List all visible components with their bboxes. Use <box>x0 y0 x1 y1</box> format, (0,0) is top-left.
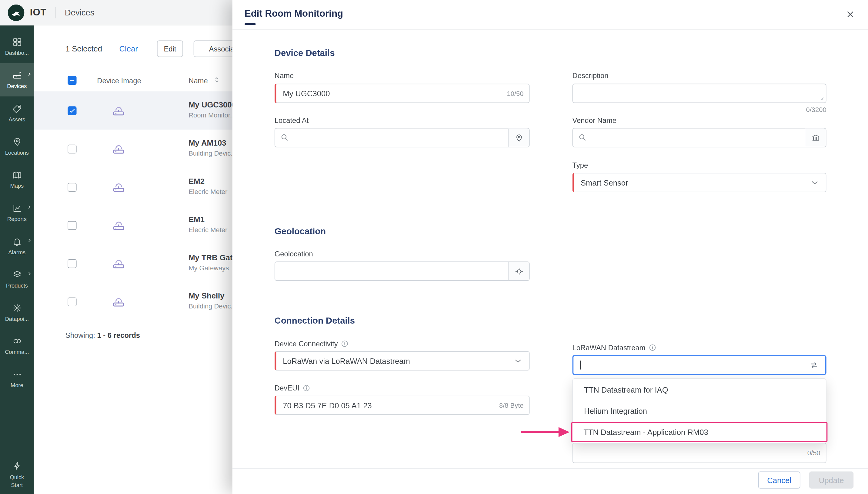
check-icon <box>69 108 75 114</box>
update-button[interactable]: Update <box>809 471 853 489</box>
reports-icon <box>12 204 22 213</box>
sidebar-item-assets[interactable]: Assets <box>0 96 34 130</box>
sidebar-item-more[interactable]: More <box>0 362 34 396</box>
edit-button[interactable]: Edit <box>157 41 183 57</box>
description-counter: 0/3200 <box>573 106 827 114</box>
sidebar-item-label: Comma... <box>5 349 29 355</box>
chevron-right-icon <box>27 271 32 276</box>
row-checkbox[interactable] <box>68 221 76 230</box>
title-accent-bar <box>245 23 256 25</box>
sidebar-item-label: Alarms <box>8 249 25 255</box>
dropdown-option-highlighted[interactable]: TTN Datastream - Application RM03 <box>571 422 827 442</box>
select-all-checkbox[interactable] <box>68 76 76 85</box>
type-label: Type <box>573 162 588 170</box>
device-name-cell: EM1 Elecric Meter <box>188 215 227 234</box>
geolocation-label: Geolocation <box>275 250 313 258</box>
device-name-cell: EM2 Elecric Meter <box>188 177 227 195</box>
sidebar-item-reports[interactable]: Reports <box>0 196 34 229</box>
dropdown-option[interactable]: TTN Datastream for IAQ <box>573 380 826 401</box>
sidebar-item-label: Maps <box>10 183 24 189</box>
close-button[interactable] <box>844 8 857 21</box>
lorawan-datastream-label: LoRaWAN Datastream <box>573 344 656 352</box>
column-header-device-image: Device Image <box>97 77 141 85</box>
sidebar-item-alarms[interactable]: Alarms <box>0 229 34 263</box>
deveui-label: DevEUI <box>275 384 310 392</box>
device-name: EM2 <box>188 177 227 186</box>
name-input[interactable]: My UGC3000 10/50 <box>275 83 530 103</box>
device-icon <box>111 105 126 117</box>
sidebar-item-label: Dashbo... <box>5 50 29 56</box>
datapoints-icon <box>12 303 22 313</box>
sidebar-item-datapoints[interactable]: Datapoi... <box>0 296 34 329</box>
row-checkbox[interactable] <box>68 298 76 306</box>
device-name-cell: My AM103 Building Devic... <box>188 139 236 157</box>
showing-label: Showing: <box>66 331 95 339</box>
located-at-input[interactable] <box>275 128 530 147</box>
section-heading-geolocation: Geolocation <box>275 226 326 236</box>
sidebar-item-devices[interactable]: Devices <box>0 63 34 97</box>
device-icon <box>111 143 126 155</box>
sidebar-item-label: More <box>11 382 23 388</box>
sidebar-item-label: Devices <box>7 83 27 89</box>
dropdown-option[interactable]: Helium Integration <box>573 400 826 422</box>
chevron-right-icon <box>27 72 32 77</box>
description-label: Description <box>573 72 609 80</box>
partial-field-counter: 0/50 <box>808 449 826 457</box>
deveui-counter: 8/8 Byte <box>499 401 529 409</box>
type-select[interactable]: Smart Sensor <box>573 173 827 192</box>
brand-logo-icon <box>8 4 24 21</box>
device-type: Elecric Meter <box>188 188 227 195</box>
device-icon <box>111 181 126 193</box>
device-name: My UGC3000 <box>188 100 236 109</box>
row-checkbox[interactable] <box>68 145 76 153</box>
locations-icon <box>12 137 22 147</box>
device-name: EM1 <box>188 215 227 224</box>
sidebar-item-label: Quick Start <box>6 474 28 489</box>
info-icon <box>649 344 656 351</box>
row-checkbox[interactable] <box>68 183 76 192</box>
quick-start-icon <box>12 461 22 471</box>
search-icon <box>275 133 289 142</box>
chevron-right-icon <box>27 238 32 243</box>
info-icon <box>303 384 310 392</box>
assets-icon <box>12 103 22 114</box>
description-textarea[interactable] <box>573 83 827 103</box>
vendor-name-input[interactable] <box>573 128 827 147</box>
chevron-right-icon <box>27 205 32 209</box>
cancel-button[interactable]: Cancel <box>758 471 800 489</box>
locate-me-button[interactable] <box>508 262 529 280</box>
sidebar-item-maps[interactable]: Maps <box>0 163 34 196</box>
pick-location-button[interactable] <box>508 129 529 147</box>
sidebar-item-quick-start[interactable]: Quick Start <box>0 461 34 489</box>
text-cursor <box>580 361 581 369</box>
deveui-input[interactable]: 70 B3 D5 7E D0 05 A1 23 8/8 Byte <box>275 396 530 415</box>
dashboard-icon <box>12 37 22 47</box>
lorawan-datastream-input[interactable] <box>573 355 827 375</box>
clear-selection-link[interactable]: Clear <box>119 44 138 53</box>
sidebar-item-commands[interactable]: Comma... <box>0 329 34 362</box>
row-checkbox[interactable] <box>68 106 76 115</box>
geolocation-input[interactable] <box>275 262 530 281</box>
sidebar-item-locations[interactable]: Locations <box>0 130 34 163</box>
sidebar-item-products[interactable]: Products <box>0 263 34 296</box>
device-type: Elecric Meter <box>188 226 227 234</box>
resize-handle-icon[interactable] <box>817 94 824 101</box>
sort-icon[interactable] <box>213 76 221 84</box>
browse-vendor-button[interactable] <box>804 129 826 147</box>
chevron-down-icon <box>514 357 529 365</box>
partially-hidden-input[interactable]: 0/50 <box>573 442 827 463</box>
commands-icon <box>12 336 22 346</box>
device-name-cell: My UGC3000 Room Monitor... <box>188 100 236 119</box>
brand-name: IOT <box>30 7 47 18</box>
device-name: My Shelly <box>188 291 236 300</box>
device-connectivity-select[interactable]: LoRaWan via LoRaWAN Datastream <box>275 351 530 370</box>
device-icon <box>111 258 126 270</box>
device-name: My AM103 <box>188 139 236 147</box>
row-checkbox[interactable] <box>68 259 76 268</box>
device-icon <box>111 220 126 231</box>
sidebar-item-label: Datapoi... <box>5 316 29 322</box>
sidebar-item-dashboard[interactable]: Dashbo... <box>0 30 34 63</box>
sidebar: Dashbo... Devices Assets Locations Maps … <box>0 25 34 494</box>
swap-arrows-icon[interactable] <box>809 360 825 369</box>
records-summary: Showing: 1 - 6 records <box>66 331 140 339</box>
